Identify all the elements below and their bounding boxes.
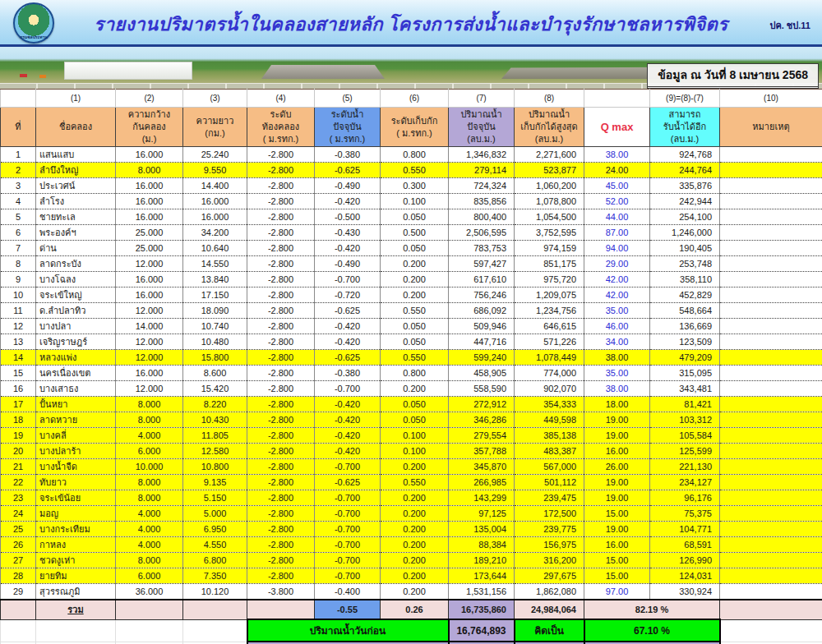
cell-canal-name: ด.ลำปลาทิว: [36, 303, 116, 319]
cell-canal-name: บางกระเทียม: [36, 522, 116, 537]
cell-bed-level: -2.800: [247, 366, 315, 381]
cell-current-level: -0.625: [315, 303, 381, 319]
cell-current-volume: 724,324: [449, 178, 515, 194]
cell-length: 16.000: [183, 209, 247, 225]
summary-body: รวม -0.55 0.26 16,735,860 24,984,064 82.…: [1, 600, 822, 644]
cell-canal-name: บางน้ำจืด: [36, 459, 116, 475]
cell-canal-name: บางเสาธง: [36, 381, 116, 397]
total-row: รวม -0.55 0.26 16,735,860 24,984,064 82.…: [1, 600, 822, 619]
cell-current-volume: 558,590: [449, 381, 515, 397]
cell-length: 14.400: [183, 178, 247, 194]
cell-note: [720, 350, 822, 366]
cell-canal-name: บางปลาร้า: [36, 444, 116, 459]
cell-bed-width: 8.000: [116, 412, 183, 428]
cell-length: 10.640: [183, 241, 247, 256]
cell-bed-level: -2.800: [247, 256, 315, 272]
cell-current-level: -0.420: [315, 241, 381, 256]
header-current-volume: ปริมาณน้ำ ปัจจุบัน (ลบ.ม.): [449, 108, 515, 147]
cell-canal-name: ชวดงูเห่า: [36, 553, 116, 568]
header-canal-name: ชื่อคลอง: [36, 108, 116, 147]
cell-current-volume: 783,753: [449, 241, 515, 256]
cell-remaining-capacity: 1,246,000: [650, 225, 720, 241]
cell-current-volume: 272,912: [449, 397, 515, 412]
cell-remaining-capacity: 242,944: [650, 194, 720, 209]
cell-qmax: 24.00: [584, 163, 650, 178]
cell-retention-level: 0.100: [381, 444, 449, 459]
previous-volume-value: 16,764,893: [449, 619, 515, 642]
cell-bed-level: -2.800: [247, 319, 315, 334]
cell-index: 10: [1, 288, 36, 303]
cell-index: 9: [1, 272, 36, 288]
canal-row: 6 พระองค์ฯ 25.000 34.200 -2.800 -0.430 0…: [1, 225, 822, 241]
cell-note: [720, 241, 822, 256]
cell-qmax: 42.00: [584, 288, 650, 303]
cell-remaining-capacity: 104,771: [650, 522, 720, 537]
cell-remaining-capacity: 343,481: [650, 381, 720, 397]
cell-retention-level: 0.100: [381, 428, 449, 444]
colnum: [584, 90, 650, 108]
cell-empty: [116, 600, 183, 619]
cell-note: [720, 490, 822, 506]
cell-qmax: 38.00: [584, 147, 650, 163]
cell-bed-width: 16.000: [116, 272, 183, 288]
cell-current-level: -0.625: [315, 350, 381, 366]
cell-max-volume: 172,500: [515, 506, 584, 522]
cell-qmax: 52.00: [584, 194, 650, 209]
cell-index: 3: [1, 178, 36, 194]
cell-empty: [36, 619, 116, 642]
cell-index: 23: [1, 490, 36, 506]
cell-max-volume: 1,234,756: [515, 303, 584, 319]
cell-note: [720, 194, 822, 209]
cell-remaining-capacity: 123,509: [650, 334, 720, 350]
cell-note: [720, 412, 822, 428]
photo-banner: ข้อมูล ณ วันที่ 8 เมษายน 2568: [0, 47, 822, 89]
cell-current-volume: 279,554: [449, 428, 515, 444]
colnum: (10): [720, 90, 822, 108]
cell-bed-width: 12.000: [116, 350, 183, 366]
cell-note: [720, 506, 822, 522]
colnum: (6): [381, 90, 449, 108]
cell-bed-width: 12.000: [116, 256, 183, 272]
cell-qmax: 29.00: [584, 256, 650, 272]
cell-max-volume: 1,862,080: [515, 584, 584, 600]
header-max-volume: ปริมาณน้ำ เก็บกักได้สูงสุด (ลบ.ม.): [515, 108, 584, 147]
cell-current-level: -0.400: [315, 584, 381, 600]
cell-bed-width: 16.000: [116, 147, 183, 163]
canal-row: 29 สุวรรณภูมิ 36.000 10.120 -3.800 -0.40…: [1, 584, 822, 600]
cell-remaining-capacity: 96,176: [650, 490, 720, 506]
header-qmax: Q max: [584, 108, 650, 147]
cell-retention-level: 0.050: [381, 209, 449, 225]
canal-row: 8 ลาดกระบัง 12.000 14.550 -2.800 -0.490 …: [1, 256, 822, 272]
cell-note: [720, 209, 822, 225]
cell-length: 9.550: [183, 163, 247, 178]
cell-current-volume: 1,346,832: [449, 147, 515, 163]
cell-retention-level: 0.200: [381, 584, 449, 600]
cell-max-volume: 1,054,500: [515, 209, 584, 225]
colnum: (1): [36, 90, 116, 108]
canal-row: 22 ทับยาว 8.000 9.135 -2.800 -0.625 0.55…: [1, 475, 822, 490]
cell-current-level: -0.490: [315, 256, 381, 272]
canal-row: 12 บางปลา 14.000 10.740 -2.800 -0.420 0.…: [1, 319, 822, 334]
cell-retention-level: 0.050: [381, 412, 449, 428]
cell-qmax: 38.00: [584, 381, 650, 397]
cell-length: 18.090: [183, 303, 247, 319]
cell-bed-width: 4.000: [116, 428, 183, 444]
cell-length: 10.120: [183, 584, 247, 600]
cell-bed-width: 8.000: [116, 475, 183, 490]
cell-bed-width: 25.000: [116, 225, 183, 241]
cell-retention-level: 0.050: [381, 334, 449, 350]
canal-row: 9 บางโฉลง 16.000 13.840 -2.800 -0.700 0.…: [1, 272, 822, 288]
canal-rows-body: 1 แสนแสบ 16.000 25.240 -2.800 -0.380 0.8…: [1, 147, 822, 600]
cell-bed-level: -2.800: [247, 568, 315, 584]
cell-bed-width: 8.000: [116, 490, 183, 506]
cell-current-volume: 597,427: [449, 256, 515, 272]
cell-note: [720, 334, 822, 350]
cell-bed-width: 4.000: [116, 506, 183, 522]
cell-note: [720, 584, 822, 600]
cell-remaining-capacity: 358,110: [650, 272, 720, 288]
canal-row: 28 ยายทิม 6.000 7.350 -2.800 -0.700 0.20…: [1, 568, 822, 584]
cell-current-level: -0.700: [315, 381, 381, 397]
cell-note: [720, 147, 822, 163]
cell-index: 2: [1, 163, 36, 178]
cell-note: [720, 459, 822, 475]
